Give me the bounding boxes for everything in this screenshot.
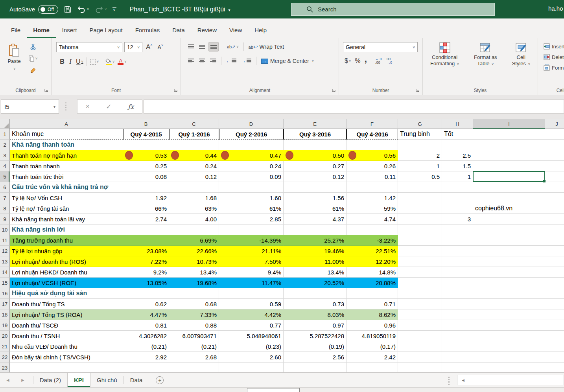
cell-I13[interactable] — [473, 256, 545, 267]
cell-H16[interactable] — [442, 288, 473, 299]
cell-F9[interactable]: 4.74 — [347, 214, 398, 225]
cell-D5[interactable]: 0.09 — [219, 171, 284, 182]
cell-I14[interactable] — [473, 267, 545, 278]
cell-G7[interactable] — [398, 193, 442, 203]
cell-I15[interactable] — [473, 278, 545, 288]
cell-H1[interactable]: Tốt — [442, 129, 473, 140]
col-header-J[interactable]: J — [545, 119, 564, 129]
merge-center-button[interactable]: ↔ Merge & Center ˅ — [260, 56, 315, 66]
cell-C20[interactable]: 6.007903471 — [169, 331, 219, 341]
row-header-2[interactable]: 2 — [0, 140, 10, 150]
row-header-6[interactable]: 6 — [0, 182, 10, 193]
cell-A13[interactable]: Lợi nhuận/ doanh thu (ROS) — [10, 256, 123, 267]
cell-G18[interactable] — [398, 309, 442, 320]
cell-H22[interactable] — [442, 352, 473, 363]
increase-decimal-button[interactable]: ←.0.00 — [374, 56, 383, 66]
cell-D15[interactable]: 11.47% — [219, 278, 284, 288]
cell-B18[interactable]: 4.47% — [123, 309, 169, 320]
cell-J4[interactable] — [545, 161, 564, 171]
cell-I11[interactable] — [473, 235, 545, 246]
cell-F2[interactable] — [347, 140, 398, 150]
ribbon-tab-review[interactable]: Review — [191, 23, 223, 38]
cell-E4[interactable]: 0.27 — [284, 161, 347, 171]
align-middle-button[interactable] — [197, 42, 207, 52]
search-input[interactable]: Search — [291, 3, 495, 16]
col-header-B[interactable]: B — [123, 119, 169, 129]
cell-B22[interactable]: 2.92 — [123, 352, 169, 363]
row-header-4[interactable]: 4 — [0, 161, 10, 171]
cell-H21[interactable] — [442, 341, 473, 352]
cell-E17[interactable]: 0.73 — [284, 299, 347, 309]
cell-F3[interactable]: 0.56 — [347, 150, 398, 161]
cell-styles-button[interactable]: CellStyles ˅ — [512, 39, 530, 80]
cell-D21[interactable]: (0.23) — [219, 341, 284, 352]
cell-G3[interactable]: 2 — [398, 150, 442, 161]
cell-G20[interactable] — [398, 331, 442, 341]
cell-F10[interactable] — [347, 225, 398, 235]
cell-H20[interactable] — [442, 331, 473, 341]
cell-G1[interactable]: Trung binh — [398, 129, 442, 140]
cell-C3[interactable]: 0.44 — [169, 150, 219, 161]
align-top-button[interactable] — [186, 42, 196, 52]
cell-A11[interactable]: Tăng trưởng doanh thu — [10, 235, 123, 246]
cell-G21[interactable] — [398, 341, 442, 352]
cell-F12[interactable]: 22.51% — [347, 246, 398, 256]
cell-E12[interactable]: 19.46% — [284, 246, 347, 256]
cell-E5[interactable]: 0.12 — [284, 171, 347, 182]
cell-A5[interactable]: Thanh toán tức thời — [10, 171, 123, 182]
cell-J2[interactable] — [545, 140, 564, 150]
cell-G17[interactable] — [398, 299, 442, 309]
row-header-8[interactable]: 8 — [0, 203, 10, 214]
row-header-23[interactable]: 23 — [0, 363, 10, 372]
cell-D23[interactable] — [219, 363, 284, 372]
cell-H15[interactable] — [442, 278, 473, 288]
cell-D14[interactable]: 9.4% — [219, 267, 284, 278]
cell-F22[interactable]: 2.42 — [347, 352, 398, 363]
cell-G4[interactable]: 1 — [398, 161, 442, 171]
cell-A4[interactable]: Thanh toán nhanh — [10, 161, 123, 171]
cell-I6[interactable] — [473, 182, 545, 193]
grow-font-button[interactable]: A˄ — [144, 42, 154, 52]
cell-J15[interactable] — [545, 278, 564, 288]
cell-I20[interactable] — [473, 331, 545, 341]
cell-J23[interactable] — [545, 363, 564, 372]
cell-D19[interactable]: 0.77 — [219, 320, 284, 331]
cell-C18[interactable]: 7.33% — [169, 309, 219, 320]
cell-J10[interactable] — [545, 225, 564, 235]
align-right-button[interactable] — [208, 56, 218, 66]
cell-A18[interactable]: Lợi nhuận/ Tổng TS (ROA) — [10, 309, 123, 320]
row-header-12[interactable]: 12 — [0, 246, 10, 256]
cell-D18[interactable]: 4.42% — [219, 309, 284, 320]
cell-J6[interactable] — [545, 182, 564, 193]
decrease-indent-button[interactable]: ← — [225, 56, 238, 66]
delete-cells-button[interactable]: Delete — [544, 53, 564, 61]
cell-A21[interactable]: Nhu cầu VLĐ/ Doanh thu — [10, 341, 123, 352]
cell-E23[interactable] — [284, 363, 347, 372]
cell-A19[interactable]: Doanh thu/ TSCĐ — [10, 320, 123, 331]
undo-button[interactable]: ˅ — [77, 6, 89, 13]
col-header-H[interactable]: H — [442, 119, 473, 129]
cell-E3[interactable]: 0.50 — [284, 150, 347, 161]
font-dialog-launcher[interactable] — [174, 88, 178, 92]
cell-A14[interactable]: Lợi nhuận HĐKD/ Doanh thu — [10, 267, 123, 278]
save-button[interactable] — [64, 6, 72, 13]
cell-I17[interactable] — [473, 299, 545, 309]
copy-button[interactable]: ˅ — [27, 54, 39, 63]
cell-B16[interactable] — [123, 288, 169, 299]
cell-I12[interactable] — [473, 246, 545, 256]
percent-style-button[interactable]: % — [353, 56, 362, 66]
row-header-3[interactable]: 3 — [0, 150, 10, 161]
cell-E19[interactable]: 0.97 — [284, 320, 347, 331]
horizontal-scrollbar[interactable]: ◄ — [457, 375, 564, 385]
alignment-dialog-launcher[interactable] — [332, 88, 336, 92]
cell-A6[interactable]: Cấu trúc vốn và khả năng trả nợ — [10, 182, 123, 193]
cell-F1[interactable]: Quý 4-2016 — [347, 129, 398, 140]
cell-E6[interactable] — [284, 182, 347, 193]
col-header-A[interactable]: A — [10, 119, 123, 129]
cell-G8[interactable] — [398, 203, 442, 214]
cell-J18[interactable] — [545, 309, 564, 320]
cell-J1[interactable] — [545, 129, 564, 140]
row-header-1[interactable]: 1 — [0, 129, 10, 140]
increase-indent-button[interactable]: → — [240, 56, 253, 66]
undo-caret-icon[interactable]: ˅ — [87, 7, 89, 11]
